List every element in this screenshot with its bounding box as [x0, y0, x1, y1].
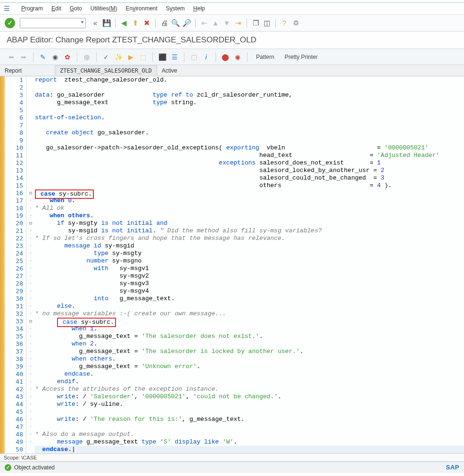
breakpoint-icon[interactable]: ⬤ [221, 52, 230, 62]
toolbar-separator [96, 52, 97, 62]
test-icon[interactable]: ▶ [126, 52, 135, 62]
menu-environment[interactable]: Environment [125, 5, 157, 12]
fullscreen-icon[interactable]: ▢ [189, 52, 199, 62]
back-double-icon[interactable]: « [91, 18, 100, 28]
command-field[interactable] [20, 18, 86, 28]
find-icon[interactable]: 🔍 [171, 18, 180, 28]
page-title: ABAP Editor: Change Report ZTEST_CHANGE_… [0, 32, 464, 49]
status-check-icon [5, 464, 11, 471]
menu-system[interactable]: System [166, 5, 185, 12]
enhance-icon[interactable]: ◎ [82, 52, 91, 62]
scope-indicator: Scope: \CASE [0, 453, 464, 461]
settings-icon[interactable]: ⚙ [291, 18, 300, 28]
sap-logo: SAP [446, 464, 459, 471]
toolbar-separator [184, 52, 184, 62]
toolbar-separator [195, 18, 196, 28]
status-bar: Object activated SAP [0, 461, 464, 473]
status-message: Object activated [14, 464, 55, 471]
where-used-icon[interactable]: ⬚ [138, 52, 148, 62]
page-first-icon[interactable]: ⇤ [199, 18, 209, 28]
standard-toolbar: « 💾 ◀ ⬆ ✖ 🖨 🔍 🔎 ⇤ ▲ ▼ ⇥ ❐ ◫ ? ⚙ [0, 15, 464, 32]
code-content[interactable]: report ztest_change_salesorder_old.data:… [35, 76, 464, 453]
menu-edit[interactable]: Edit [51, 5, 61, 12]
code-editor[interactable]: 1234567891011121314151617181920212223242… [0, 76, 464, 453]
help-icon[interactable]: ? [280, 18, 289, 28]
menu-bar: ☰ Program Edit Goto Utilities(M) Environ… [0, 3, 464, 15]
object-list-icon[interactable]: ⬛ [157, 52, 167, 62]
pretty-printer-button[interactable]: Pretty Printer [285, 54, 318, 60]
toolbar-separator [155, 18, 156, 28]
nav-back-icon[interactable]: ⬅ [7, 52, 16, 62]
change-marker-strip [0, 76, 5, 453]
toolbar-separator [275, 18, 276, 28]
menu-app-icon[interactable]: ☰ [4, 5, 10, 12]
page-up-icon[interactable]: ▲ [211, 18, 220, 28]
menu-program[interactable]: Program [21, 5, 43, 12]
new-session-icon[interactable]: ❐ [251, 18, 260, 28]
cancel-icon[interactable]: ✖ [142, 18, 151, 28]
toolbar-separator [215, 52, 216, 62]
activate-icon[interactable]: ✨ [114, 52, 123, 62]
report-name-tab[interactable]: ZTEST_CHANGE_SALESORDER_OLD [55, 66, 157, 75]
page-last-icon[interactable]: ⇥ [233, 18, 243, 28]
toolbar-separator [152, 52, 153, 62]
active-status: Active [157, 67, 182, 74]
pattern-button[interactable]: Pattern [256, 54, 274, 60]
toolbar-separator [33, 52, 33, 62]
enter-button[interactable] [5, 18, 15, 28]
menu-utilities[interactable]: Utilities(M) [91, 5, 117, 12]
toolbar-separator [77, 52, 77, 62]
application-toolbar: ⬅ ➡ ✎ ◉ ✿ ◎ ✓ ✨ ▶ ⬚ ⬛ ☰ ▢ i ⬤ ◉ Pattern … [0, 49, 464, 65]
report-label: Report [0, 67, 26, 74]
shortcut-icon[interactable]: ◫ [262, 18, 272, 28]
display-change-icon[interactable]: ✎ [38, 52, 48, 62]
save-icon[interactable]: 💾 [102, 18, 111, 28]
print-icon[interactable]: 🖨 [159, 18, 169, 28]
back-icon[interactable]: ◀ [119, 18, 129, 28]
report-bar: Report ZTEST_CHANGE_SALESORDER_OLD Activ… [0, 65, 464, 76]
other-object-icon[interactable]: ✿ [63, 52, 72, 62]
nav-stack-icon[interactable]: ☰ [170, 52, 179, 62]
menu-goto[interactable]: Goto [70, 5, 82, 12]
line-number-gutter[interactable]: 1234567891011121314151617181920212223242… [5, 76, 26, 453]
exit-icon[interactable]: ⬆ [131, 18, 140, 28]
nav-forward-icon[interactable]: ➡ [19, 52, 28, 62]
check-icon[interactable]: ✓ [101, 52, 111, 62]
active-inactive-icon[interactable]: ◉ [50, 52, 60, 62]
page-down-icon[interactable]: ▼ [222, 18, 232, 28]
help-abap-icon[interactable]: i [201, 52, 211, 62]
toolbar-separator [247, 52, 248, 62]
fold-column[interactable]: ⊟···⊟············⊟················ [26, 76, 35, 453]
menu-help[interactable]: Help [193, 5, 205, 12]
breakpoint-ext-icon[interactable]: ◉ [233, 52, 242, 62]
toolbar-separator [247, 18, 247, 28]
find-next-icon[interactable]: 🔎 [182, 18, 191, 28]
toolbar-separator [115, 18, 116, 28]
